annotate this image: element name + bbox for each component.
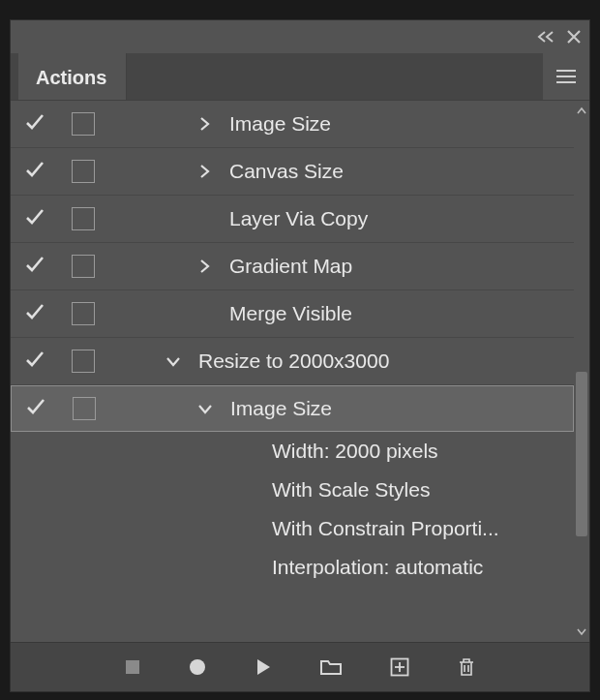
- checkmark-icon: [24, 206, 45, 232]
- dialog-box-icon: [73, 397, 96, 420]
- toggle-check[interactable]: [11, 111, 59, 137]
- scroll-thumb[interactable]: [576, 372, 587, 536]
- chevron-down-icon[interactable]: [162, 354, 185, 368]
- delete-button[interactable]: [458, 657, 475, 677]
- checkmark-icon: [24, 159, 45, 185]
- tab-actions[interactable]: Actions: [18, 53, 127, 100]
- checkmark-icon: [25, 396, 46, 422]
- action-row[interactable]: Image Size: [11, 385, 574, 432]
- toggle-dialog[interactable]: [59, 255, 107, 278]
- action-detail: With Constrain Proporti...: [11, 509, 574, 548]
- tab-row: Actions: [11, 53, 589, 101]
- row-content: Merge Visible: [107, 302, 574, 325]
- chevron-right-icon[interactable]: [193, 258, 216, 275]
- toggle-check[interactable]: [11, 349, 59, 375]
- chevron-down-icon[interactable]: [194, 402, 217, 415]
- chevron-right-icon[interactable]: [193, 163, 216, 180]
- toggle-dialog[interactable]: [59, 350, 107, 373]
- toggle-dialog[interactable]: [59, 207, 107, 230]
- dialog-box-icon: [72, 207, 95, 230]
- row-label: Merge Visible: [229, 302, 352, 325]
- stop-button[interactable]: [125, 659, 140, 675]
- close-icon[interactable]: [566, 29, 582, 45]
- checkmark-icon: [24, 111, 45, 137]
- toggle-dialog[interactable]: [59, 160, 107, 183]
- record-button[interactable]: [189, 658, 206, 676]
- checkmark-icon: [24, 254, 45, 280]
- row-content: Gradient Map: [107, 255, 574, 278]
- action-detail: Width: 2000 pixels: [11, 432, 574, 471]
- toggle-check[interactable]: [12, 396, 60, 422]
- scroll-down-icon[interactable]: [574, 621, 589, 642]
- action-row[interactable]: Merge Visible: [11, 290, 574, 338]
- tab-label: Actions: [36, 67, 106, 89]
- row-label: Resize to 2000x3000: [198, 350, 389, 373]
- row-label: Layer Via Copy: [229, 207, 368, 230]
- new-action-button[interactable]: [390, 657, 409, 677]
- row-content: Resize to 2000x3000: [107, 350, 574, 373]
- toggle-dialog[interactable]: [59, 112, 107, 136]
- action-detail: With Scale Styles: [11, 471, 574, 509]
- panel-menu-icon[interactable]: [543, 53, 589, 100]
- chevron-right-icon[interactable]: [193, 115, 216, 133]
- actions-list: Image SizeCanvas SizeLayer Via CopyGradi…: [11, 101, 589, 642]
- row-label: Image Size: [230, 397, 332, 420]
- new-set-button[interactable]: [320, 658, 342, 676]
- toggle-check[interactable]: [11, 301, 59, 327]
- dialog-box-icon: [72, 350, 95, 373]
- checkmark-icon: [24, 349, 45, 375]
- action-detail: Interpolation: automatic: [11, 548, 574, 587]
- dialog-box-icon: [72, 255, 95, 278]
- action-row[interactable]: Gradient Map: [11, 243, 574, 290]
- row-content: Canvas Size: [107, 160, 574, 183]
- action-row[interactable]: Resize to 2000x3000: [11, 338, 574, 385]
- scrollbar[interactable]: [574, 101, 589, 642]
- play-button[interactable]: [255, 658, 272, 676]
- scroll-up-icon[interactable]: [574, 101, 589, 122]
- toggle-dialog[interactable]: [59, 302, 107, 325]
- row-content: Image Size: [107, 112, 574, 136]
- action-row[interactable]: Canvas Size: [11, 148, 574, 196]
- row-label: Canvas Size: [229, 160, 344, 183]
- row-label: Image Size: [229, 112, 331, 136]
- row-content: Image Size: [108, 397, 573, 420]
- dialog-box-icon: [72, 112, 95, 136]
- panel-topbar: [11, 20, 589, 53]
- toggle-check[interactable]: [11, 206, 59, 232]
- toggle-check[interactable]: [11, 159, 59, 185]
- actions-panel: Actions Image SizeCanvas SizeLayer Via C…: [10, 19, 590, 692]
- row-content: Layer Via Copy: [107, 207, 574, 230]
- collapse-panel-icon[interactable]: [535, 30, 556, 44]
- footer-toolbar: [11, 642, 589, 691]
- checkmark-icon: [24, 301, 45, 327]
- action-row[interactable]: Layer Via Copy: [11, 196, 574, 243]
- dialog-box-icon: [72, 302, 95, 325]
- svg-rect-3: [126, 660, 139, 674]
- svg-point-4: [190, 659, 205, 675]
- toggle-dialog[interactable]: [60, 397, 108, 420]
- dialog-box-icon: [72, 160, 95, 183]
- toggle-check[interactable]: [11, 254, 59, 280]
- action-row[interactable]: Image Size: [11, 101, 574, 148]
- row-label: Gradient Map: [229, 255, 352, 278]
